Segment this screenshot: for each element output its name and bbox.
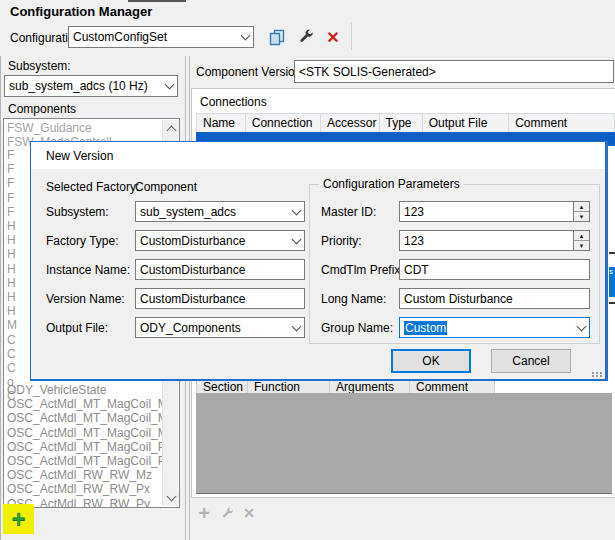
- chevron-down-icon: [292, 321, 302, 331]
- group-name-label: Group Name:: [321, 321, 393, 335]
- copy-config-button[interactable]: [266, 27, 288, 47]
- master-id-spinner[interactable]: 123 ▲▼: [399, 201, 590, 222]
- chevron-down-icon: [292, 234, 302, 244]
- output-file-select[interactable]: ODY_Components: [135, 317, 305, 338]
- copy-icon: [269, 29, 286, 46]
- output-file-label: Output File:: [46, 321, 108, 335]
- cmdtlm-prefix-input[interactable]: CDT: [399, 259, 590, 280]
- scroll-down-button[interactable]: [163, 490, 179, 506]
- connections-table-header: NameConnectionAccessorTypeOutput FileCom…: [196, 113, 615, 133]
- version-name-input[interactable]: CustomDisturbance: [135, 288, 305, 309]
- list-item[interactable]: OSC_ActMdl_MT_MagCoil_M: [4, 411, 162, 425]
- column-header[interactable]: Accessor: [321, 113, 379, 133]
- connections-label: Connections: [197, 95, 270, 109]
- subsystem-value: sub_system_adcs (10 Hz): [9, 79, 148, 93]
- edit-connection-button[interactable]: [218, 505, 236, 521]
- crop-artifact: [128, 0, 186, 2]
- chevron-down-icon: [577, 321, 587, 331]
- selected-factory-value: Component: [135, 180, 197, 194]
- edge-sliver-line: [609, 302, 615, 304]
- functions-table-body: [196, 393, 612, 494]
- version-name-value: CustomDisturbance: [140, 292, 245, 306]
- add-connection-button[interactable]: +: [196, 503, 212, 523]
- scroll-up-button[interactable]: [163, 120, 179, 136]
- chevron-down-icon: [165, 80, 175, 90]
- list-item[interactable]: OSC_ActMdl_MT_MagCoil_P: [4, 454, 162, 468]
- master-id-value: 123: [404, 205, 424, 219]
- group-name-combobox[interactable]: Custom: [399, 317, 590, 338]
- list-item[interactable]: ODY_VehicleState: [4, 383, 162, 397]
- list-item[interactable]: OSC_ActMdl_MT_MagCoil_P: [4, 440, 162, 454]
- version-name-label: Version Name:: [46, 292, 125, 306]
- delete-icon: ✕: [326, 28, 339, 47]
- column-header[interactable]: Connection: [246, 113, 321, 133]
- cmdtlm-prefix-value: CDT: [404, 263, 429, 277]
- ok-button-label: OK: [422, 354, 439, 368]
- priority-label: Priority:: [321, 234, 362, 248]
- instance-name-input[interactable]: CustomDisturbance: [135, 259, 305, 280]
- chevron-down-icon: [292, 205, 302, 215]
- column-header[interactable]: Output File: [423, 113, 510, 133]
- configuration-value: CustomConfigSet: [73, 30, 167, 44]
- spin-down-button[interactable]: ▼: [574, 241, 589, 250]
- factory-type-label: Factory Type:: [46, 234, 118, 248]
- cmdtlm-prefix-label: CmdTlm Prefix:: [321, 263, 404, 277]
- long-name-label: Long Name:: [321, 292, 386, 306]
- factory-type-value: CustomDisturbance: [140, 234, 245, 248]
- column-header[interactable]: Name: [196, 113, 246, 133]
- edit-config-button[interactable]: [295, 27, 317, 47]
- subsystem-field-label: Subsystem:: [46, 205, 109, 219]
- spin-up-button[interactable]: ▲: [574, 231, 589, 241]
- ok-button[interactable]: OK: [391, 349, 471, 373]
- list-item[interactable]: FSW_Guidance: [4, 121, 162, 135]
- components-bottom-items: ODY_VehicleStateOSC_ActMdl_MT_MagCoil_MO…: [4, 383, 162, 507]
- subsystem-field-value: sub_system_adcs: [140, 205, 236, 219]
- column-header[interactable]: Comment: [509, 113, 615, 133]
- page-title: Configuration Manager: [10, 4, 152, 19]
- priority-spinner[interactable]: 123 ▲▼: [399, 230, 590, 251]
- list-item[interactable]: OSC_ActMdl_MT_MagCoil_M: [4, 426, 162, 440]
- dialog-title: New Version: [46, 149, 113, 163]
- chevron-down-icon: [241, 31, 251, 41]
- long-name-input[interactable]: Custom Disturbance: [399, 288, 590, 309]
- column-header[interactable]: Type: [380, 113, 423, 133]
- list-item[interactable]: OSC_ActMdl_RW_RW_Px: [4, 482, 162, 496]
- cancel-button[interactable]: Cancel: [491, 349, 571, 373]
- edge-sliver-line: [609, 252, 615, 254]
- add-component-button[interactable]: +: [3, 504, 34, 534]
- factory-type-select[interactable]: CustomDisturbance: [135, 230, 305, 251]
- plus-icon: +: [11, 508, 25, 530]
- component-version-value: <STK SOLIS-Generated>: [299, 65, 436, 79]
- edge-sliver-selection: s: [609, 267, 615, 297]
- plus-icon: +: [198, 502, 210, 525]
- components-label: Components: [8, 102, 76, 116]
- chevron-down-icon: [166, 492, 176, 502]
- cancel-button-label: Cancel: [512, 354, 549, 368]
- group-name-value: Custom: [404, 321, 447, 335]
- resize-grip[interactable]: [592, 372, 603, 377]
- chevron-up-icon: [166, 125, 176, 135]
- master-id-label: Master ID:: [321, 205, 376, 219]
- configuration-parameters-title: Configuration Parameters: [319, 177, 464, 191]
- spin-down-button[interactable]: ▼: [574, 212, 589, 221]
- spin-up-button[interactable]: ▲: [574, 202, 589, 212]
- wrench-icon: [298, 29, 314, 45]
- configuration-select[interactable]: CustomConfigSet: [68, 26, 254, 48]
- selected-factory-label: Selected Factory:: [46, 180, 139, 194]
- subsystem-label: Subsystem:: [8, 59, 71, 73]
- delete-config-button[interactable]: ✕: [323, 26, 343, 48]
- list-item[interactable]: OSC_ActMdl_MT_MagCoil_M: [4, 397, 162, 411]
- subsystem-field-select[interactable]: sub_system_adcs: [135, 201, 305, 222]
- window-left-border: [0, 56, 1, 540]
- toolbar-separator: [351, 23, 352, 50]
- component-version-label: Component Version:: [196, 65, 305, 79]
- subsystem-select[interactable]: sub_system_adcs (10 Hz): [4, 75, 178, 97]
- delete-connection-button[interactable]: ✕: [241, 503, 257, 523]
- dialog-titlebar[interactable]: New Version: [31, 142, 605, 169]
- wrench-icon: [221, 507, 234, 520]
- list-item[interactable]: OSC_ActMdl_RW_RW_Mz: [4, 468, 162, 482]
- new-version-dialog: New Version Selected Factory: Component …: [30, 141, 608, 381]
- output-file-value: ODY_Components: [140, 321, 241, 335]
- component-version-select[interactable]: <STK SOLIS-Generated>: [294, 60, 614, 83]
- long-name-value: Custom Disturbance: [404, 292, 513, 306]
